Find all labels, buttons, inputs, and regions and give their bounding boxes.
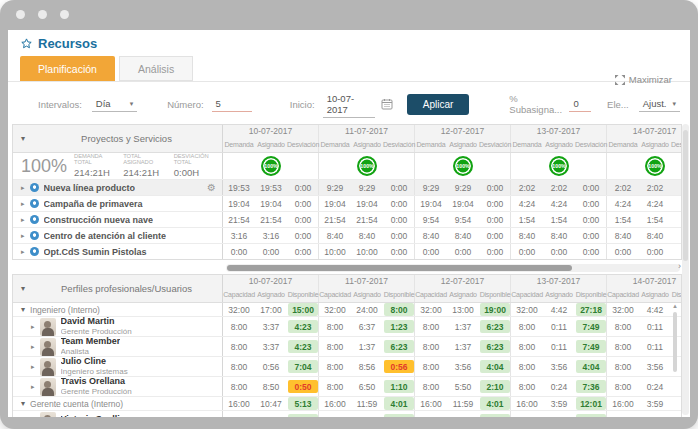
tab-planificacion[interactable]: Planificación (20, 56, 115, 81)
expand-icon[interactable]: ▸ (31, 417, 35, 418)
value-cell: 0:00 (479, 196, 511, 211)
expand-icon[interactable]: ▸ (21, 232, 25, 240)
scroll-right-icon[interactable]: › (678, 261, 681, 271)
scrollbar-thumb[interactable] (683, 130, 688, 261)
expand-icon[interactable]: ▸ (21, 248, 25, 256)
date-column-header: 14-07-2017DemandaAsignadoDesviación (607, 125, 682, 152)
project-row[interactable]: ▸Construcción nueva nave21:5421:540:0021… (13, 212, 681, 228)
date-label: 12-07-2017 (415, 275, 510, 287)
value-cell: 8:00 (511, 377, 543, 396)
value-cell: 0:00 (287, 228, 319, 243)
value-cell: 8:00 (415, 411, 447, 417)
value-cell: 1:54 (607, 212, 639, 227)
table-header: ▾Proyectos y Servicios10-07-2017DemandaA… (13, 125, 681, 153)
intervals-select[interactable]: Día ▾ (92, 96, 137, 112)
value-cell: 4:42 (543, 303, 575, 316)
adjust-select[interactable]: Ajust. ▾ (639, 96, 680, 112)
value-cell: 4:23 (287, 337, 319, 356)
value-cell: 4:04 (479, 357, 511, 376)
project-row[interactable]: ▸Nueva línea producto⚙19:5319:530:009:29… (13, 180, 681, 196)
page-title: Recursos (38, 36, 97, 51)
value-cell: 16:00 (607, 397, 639, 410)
project-row[interactable]: ▸Campaña de primavera19:0419:040:0019:04… (13, 196, 681, 212)
value-cell: 1:23 (383, 317, 415, 336)
window-control-dot[interactable] (38, 10, 47, 19)
profiles-vertical-scrollbar[interactable]: ▴ (671, 302, 679, 412)
suballocation-input[interactable]: 0 (569, 96, 591, 112)
progress-badge: 100% (357, 156, 377, 176)
subcolumn-label: Asignado (447, 137, 479, 152)
value-cell: 8:40 (639, 228, 671, 243)
profile-user-row[interactable]: ▸Victoria Snelling8:000:237:378:001:356:… (13, 411, 681, 417)
project-row[interactable]: ▸Opt.CdS Sumin Pistolas0:000:000:0010:00… (13, 244, 681, 260)
profile-group-row[interactable]: ▾Ingeniero (Interno)32:0017:0015:0032:00… (13, 303, 681, 317)
gear-icon[interactable]: ⚙ (207, 183, 216, 193)
subcolumn-label: Asignado (351, 137, 383, 152)
collapse-icon[interactable]: ▾ (21, 134, 25, 143)
value-cell: 16:00 (511, 397, 543, 410)
availability-badge: 4:01 (384, 397, 414, 410)
subcolumn-label: Disponible (479, 287, 511, 302)
subcolumn-label: Capacidad (319, 287, 351, 302)
calendar-icon[interactable] (381, 98, 393, 110)
progress-badge: 100% (453, 156, 473, 176)
expand-icon[interactable]: ▸ (31, 363, 35, 371)
subcolumn-label: Demanda (607, 137, 639, 152)
expand-icon[interactable]: ▸ (31, 343, 35, 351)
profile-user-row[interactable]: ▸Travis OrellanaGerente Producción8:008:… (13, 377, 681, 397)
collapse-icon[interactable]: ▾ (21, 305, 25, 314)
collapse-icon[interactable]: ▾ (21, 284, 25, 293)
profile-user-row[interactable]: ▸David MartinGerente Producción8:003:374… (13, 317, 681, 337)
subcolumn-label: Capacidad (415, 287, 447, 302)
value-cell: 0:00 (575, 196, 607, 211)
value-cell: 0:00 (287, 244, 319, 259)
tab-analisis[interactable]: Análisis (119, 56, 193, 81)
value-cell: 8:00 (415, 337, 447, 356)
value-cell: 1:54 (639, 212, 671, 227)
value-cell: 1:35 (447, 411, 479, 417)
profile-user-row[interactable]: ▸Team MemberAnalista8:003:374:238:001:37… (13, 337, 681, 357)
start-date-input[interactable]: 10-07-2017 (323, 91, 375, 118)
subcolumn-label: Capacidad (607, 287, 639, 302)
value-cell: 8:40 (511, 228, 543, 243)
expand-icon[interactable]: ▸ (31, 383, 35, 391)
value-cell: 3:59 (543, 397, 575, 410)
expand-icon[interactable]: ▸ (21, 216, 25, 224)
value-cell: 0:11 (543, 317, 575, 336)
scrollbar-thumb[interactable] (673, 312, 677, 372)
profile-user-row[interactable]: ▸Julio ClineIngeniero sistemas8:000:567:… (13, 357, 681, 377)
expand-icon[interactable]: ▸ (31, 323, 35, 331)
value-cell: 7:37 (287, 411, 319, 417)
value-cell: 6:25 (383, 411, 415, 417)
value-cell: 0:00 (415, 244, 447, 259)
window-control-dot[interactable] (16, 10, 25, 19)
apply-button[interactable]: Aplicar (407, 94, 470, 115)
value-cell: 0:24 (639, 377, 671, 396)
filter-toolbar: Intervalos: Día ▾ Número: 5 Inicio: 10-0… (18, 92, 680, 116)
availability-badge: 7:49 (576, 320, 606, 333)
profile-group-row[interactable]: ▾Gerente cuenta (Interno)16:0010:475:131… (13, 397, 681, 411)
progress-badge: 100% (261, 156, 281, 176)
value-cell: 0:00 (575, 180, 607, 195)
project-row[interactable]: ▸Centro de atención al cliente3:163:160:… (13, 228, 681, 244)
expand-icon[interactable]: ▸ (21, 200, 25, 208)
collapse-icon[interactable]: ▾ (21, 399, 25, 408)
window-control-dot[interactable] (60, 10, 69, 19)
scrollbar-thumb[interactable] (227, 265, 572, 271)
value-cell: 0:00 (511, 244, 543, 259)
avatar (40, 358, 56, 376)
maximize-button[interactable]: Maximizar (615, 74, 672, 85)
subcolumn-label: Desviación (287, 137, 319, 152)
window-vertical-scrollbar[interactable] (682, 124, 689, 415)
user-name: David Martin (61, 317, 132, 326)
subcolumn-label: Disponible (671, 287, 682, 302)
user-role: Gerente Producción (61, 388, 132, 396)
value-cell: 8:00 (319, 357, 351, 376)
value-cell (671, 212, 682, 227)
scroll-up-icon[interactable]: ▴ (673, 302, 677, 309)
value-cell: 21:54 (351, 212, 383, 227)
number-input[interactable]: 5 (212, 96, 252, 112)
expand-icon[interactable]: ▸ (21, 184, 25, 192)
value-cell: 8:00 (415, 317, 447, 336)
horizontal-scrollbar[interactable]: › (226, 264, 680, 272)
